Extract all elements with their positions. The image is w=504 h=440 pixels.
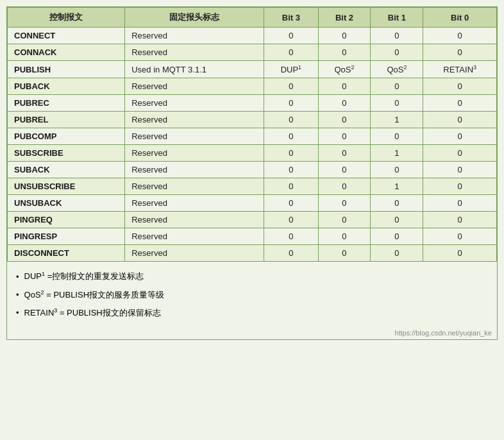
cell-4-3: 0 xyxy=(318,95,371,112)
cell-10-2: 0 xyxy=(264,195,318,212)
cell-7-1: Reserved xyxy=(125,145,264,162)
cell-1-0: CONNACK xyxy=(8,44,125,61)
cell-11-5: 0 xyxy=(423,212,497,228)
col-header-fixed-flag: 固定报头标志 xyxy=(125,8,264,28)
col-header-bit1: Bit 1 xyxy=(371,8,423,28)
cell-7-0: SUBSCRIBE xyxy=(8,145,125,162)
cell-11-2: 0 xyxy=(264,212,318,228)
cell-5-3: 0 xyxy=(318,112,371,128)
cell-13-2: 0 xyxy=(264,245,318,262)
table-row: PINGRESPReserved0000 xyxy=(8,228,497,245)
cell-4-1: Reserved xyxy=(125,95,264,112)
cell-4-2: 0 xyxy=(264,95,318,112)
table-row: PINGREQReserved0000 xyxy=(8,212,497,228)
cell-12-5: 0 xyxy=(423,228,497,245)
cell-10-4: 0 xyxy=(371,195,423,212)
cell-1-1: Reserved xyxy=(125,44,264,61)
table-row: CONNACKReserved0000 xyxy=(8,44,497,61)
cell-3-1: Reserved xyxy=(125,78,264,95)
col-header-control: 控制报文 xyxy=(8,8,125,28)
cell-8-0: SUBACK xyxy=(8,162,125,178)
table-row: PUBLISHUsed in MQTT 3.1.1DUP1QoS2QoS2RET… xyxy=(8,61,497,78)
cell-6-2: 0 xyxy=(264,128,318,145)
cell-9-1: Reserved xyxy=(125,178,264,195)
watermark: https://blog.csdn.net/yuqian_ke xyxy=(7,328,497,339)
col-header-bit2: Bit 2 xyxy=(318,8,371,28)
cell-10-3: 0 xyxy=(318,195,371,212)
cell-8-1: Reserved xyxy=(125,162,264,178)
cell-13-1: Reserved xyxy=(125,245,264,262)
cell-12-3: 0 xyxy=(318,228,371,245)
main-table-container: 控制报文 固定报头标志 Bit 3 Bit 2 Bit 1 Bit 0 CONN… xyxy=(6,6,498,340)
cell-13-5: 0 xyxy=(423,245,497,262)
cell-5-5: 0 xyxy=(423,112,497,128)
footnote-qos-text: QoS2 = PUBLISH报文的服务质量等级 xyxy=(24,287,164,303)
footnote-retain: • RETAIN3 = PUBLISH报文的保留标志 xyxy=(16,305,488,321)
footnote-qos: • QoS2 = PUBLISH报文的服务质量等级 xyxy=(16,287,488,303)
table-row: SUBSCRIBEReserved0010 xyxy=(8,145,497,162)
cell-3-2: 0 xyxy=(264,78,318,95)
cell-8-2: 0 xyxy=(264,162,318,178)
table-row: UNSUBSCRIBEReserved0010 xyxy=(8,178,497,195)
cell-11-0: PINGREQ xyxy=(8,212,125,228)
cell-5-0: PUBREL xyxy=(8,112,125,128)
cell-3-4: 0 xyxy=(371,78,423,95)
cell-13-4: 0 xyxy=(371,245,423,262)
table-row: DISCONNECTReserved0000 xyxy=(8,245,497,262)
cell-0-5: 0 xyxy=(423,28,497,44)
cell-0-0: CONNECT xyxy=(8,28,125,44)
cell-9-4: 1 xyxy=(371,178,423,195)
cell-13-0: DISCONNECT xyxy=(8,245,125,262)
cell-10-0: UNSUBACK xyxy=(8,195,125,212)
cell-5-2: 0 xyxy=(264,112,318,128)
table-row: PUBRECReserved0000 xyxy=(8,95,497,112)
cell-8-3: 0 xyxy=(318,162,371,178)
cell-9-0: UNSUBSCRIBE xyxy=(8,178,125,195)
table-header-row: 控制报文 固定报头标志 Bit 3 Bit 2 Bit 1 Bit 0 xyxy=(8,8,497,28)
cell-publish-bit2: QoS2 xyxy=(318,61,371,78)
footnotes-section: • DUP1 =控制报文的重复发送标志 • QoS2 = PUBLISH报文的服… xyxy=(7,262,497,328)
cell-5-4: 1 xyxy=(371,112,423,128)
cell-publish-bit0: RETAIN3 xyxy=(423,61,497,78)
cell-11-3: 0 xyxy=(318,212,371,228)
cell-13-3: 0 xyxy=(318,245,371,262)
cell-6-1: Reserved xyxy=(125,128,264,145)
cell-6-4: 0 xyxy=(371,128,423,145)
col-header-bit0: Bit 0 xyxy=(423,8,497,28)
cell-publish-bit3: DUP1 xyxy=(264,61,318,78)
cell-6-0: PUBCOMP xyxy=(8,128,125,145)
table-row: CONNECTReserved0000 xyxy=(8,28,497,44)
cell-6-3: 0 xyxy=(318,128,371,145)
cell-6-5: 0 xyxy=(423,128,497,145)
cell-publish-name: PUBLISH xyxy=(8,61,125,78)
cell-7-3: 0 xyxy=(318,145,371,162)
cell-8-4: 0 xyxy=(371,162,423,178)
table-row: PUBCOMPReserved0000 xyxy=(8,128,497,145)
table-row: UNSUBACKReserved0000 xyxy=(8,195,497,212)
mqtt-table: 控制报文 固定报头标志 Bit 3 Bit 2 Bit 1 Bit 0 CONN… xyxy=(7,7,497,262)
cell-9-2: 0 xyxy=(264,178,318,195)
table-row: PUBRELReserved0010 xyxy=(8,112,497,128)
bullet-dup: • xyxy=(16,269,19,285)
footnote-dup-text: DUP1 =控制报文的重复发送标志 xyxy=(24,268,144,285)
cell-12-2: 0 xyxy=(264,228,318,245)
footnote-retain-text: RETAIN3 = PUBLISH报文的保留标志 xyxy=(24,305,161,321)
cell-1-3: 0 xyxy=(318,44,371,61)
cell-12-1: Reserved xyxy=(125,228,264,245)
cell-4-0: PUBREC xyxy=(8,95,125,112)
cell-publish-flag: Used in MQTT 3.1.1 xyxy=(125,61,264,78)
table-row: SUBACKReserved0000 xyxy=(8,162,497,178)
cell-12-0: PINGRESP xyxy=(8,228,125,245)
bullet-qos: • xyxy=(16,287,19,303)
cell-4-5: 0 xyxy=(423,95,497,112)
bullet-retain: • xyxy=(16,305,19,321)
cell-0-4: 0 xyxy=(371,28,423,44)
cell-10-1: Reserved xyxy=(125,195,264,212)
cell-5-1: Reserved xyxy=(125,112,264,128)
cell-0-2: 0 xyxy=(264,28,318,44)
col-header-bit3: Bit 3 xyxy=(264,8,318,28)
cell-7-5: 0 xyxy=(423,145,497,162)
cell-1-5: 0 xyxy=(423,44,497,61)
cell-11-4: 0 xyxy=(371,212,423,228)
cell-1-4: 0 xyxy=(371,44,423,61)
